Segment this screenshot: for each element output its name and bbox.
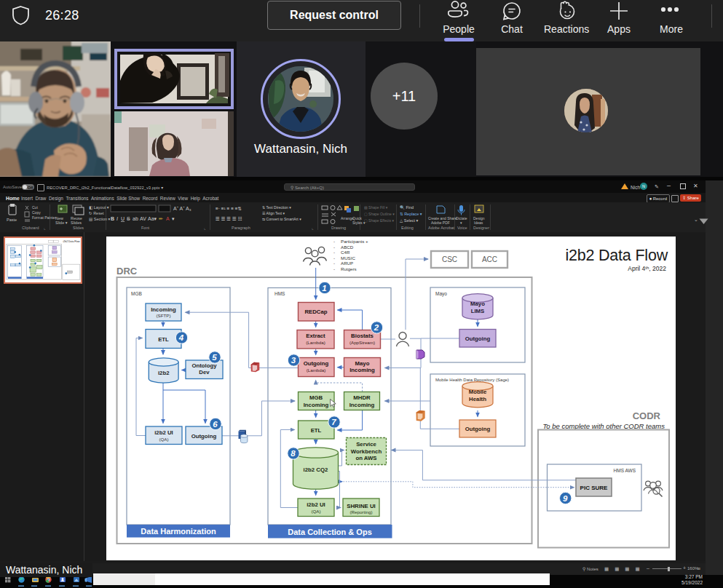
svg-text:MHDR: MHDR xyxy=(353,394,371,401)
svg-text:ETL: ETL xyxy=(311,427,322,434)
svg-text:on AWS: on AWS xyxy=(355,455,376,461)
svg-text:8: 8 xyxy=(291,449,296,458)
svg-text:▢ Shape Effects ▾: ▢ Shape Effects ▾ xyxy=(364,218,395,223)
svg-text:Dev: Dev xyxy=(199,369,210,376)
svg-text:Aa▾: Aa▾ xyxy=(148,216,157,221)
svg-text:⇅ Replace ▾: ⇅ Replace ▾ xyxy=(400,212,422,216)
svg-text:✏: ✏ xyxy=(159,216,163,221)
svg-text:-: - xyxy=(333,261,335,266)
svg-text:U: U xyxy=(121,216,125,221)
svg-text:Workbench: Workbench xyxy=(351,448,382,455)
svg-text:A: A xyxy=(166,216,170,221)
svg-text:HMS AWS: HMS AWS xyxy=(614,468,636,473)
svg-text:DRC: DRC xyxy=(116,266,138,277)
svg-text:REDCap: REDCap xyxy=(304,309,327,315)
svg-text:Outgoing: Outgoing xyxy=(191,433,217,440)
svg-text:CSC: CSC xyxy=(442,255,457,263)
svg-text:i2b2 Data Flow: i2b2 Data Flow xyxy=(565,247,668,264)
svg-text:ACC: ACC xyxy=(482,255,497,263)
svg-text:Paste: Paste xyxy=(7,218,17,222)
svg-text:(QA): (QA) xyxy=(311,509,320,514)
svg-text:-: - xyxy=(333,250,335,255)
svg-text:SHRINE UI: SHRINE UI xyxy=(347,503,375,509)
svg-text:i2b2 CQ2: i2b2 CQ2 xyxy=(304,466,328,473)
svg-text:Incoming: Incoming xyxy=(304,402,329,408)
svg-text:4: 4 xyxy=(178,333,184,342)
svg-text:(Reporting): (Reporting) xyxy=(350,509,373,514)
svg-text:Data Collection & Ops: Data Collection & Ops xyxy=(288,528,372,536)
svg-text:⇆ Convert to SmartArt ▾: ⇆ Convert to SmartArt ▾ xyxy=(262,217,301,221)
svg-text:S: S xyxy=(127,216,130,221)
svg-text:B: B xyxy=(111,216,114,221)
svg-text:ETL: ETL xyxy=(158,336,169,343)
svg-text:ABCD: ABCD xyxy=(341,245,354,250)
svg-text:Mobile: Mobile xyxy=(469,389,487,395)
svg-text:Health: Health xyxy=(469,396,486,402)
svg-text:Mayo: Mayo xyxy=(355,360,370,367)
svg-text:☰ ☰ ☰ ☰ ☷: ☰ ☰ ☰ ☰ ☷ xyxy=(216,216,242,221)
svg-text:i2b2 UI: i2b2 UI xyxy=(307,501,325,508)
svg-text:5: 5 xyxy=(212,353,217,362)
svg-text:7: 7 xyxy=(331,418,336,426)
svg-text:≡· ≡¹ ≡ ≡ ≡⇅: ≡· ≡¹ ≡ ≡ ≡⇅ xyxy=(216,206,242,211)
svg-text:ARUP: ARUP xyxy=(341,261,353,266)
svg-text:Adobe PDF: Adobe PDF xyxy=(431,220,450,225)
svg-text:Participants +: Participants + xyxy=(341,239,368,244)
svg-text:To be complete with other CODR: To be complete with other CODR teams xyxy=(542,422,665,430)
svg-text:⌄: ⌄ xyxy=(694,217,698,222)
svg-text:Outgoing: Outgoing xyxy=(465,426,491,432)
svg-text:ab: ab xyxy=(133,216,138,221)
svg-text:PIC SURE: PIC SURE xyxy=(580,485,608,491)
svg-text:Slides: Slides xyxy=(71,220,82,225)
svg-text:i2b2: i2b2 xyxy=(158,370,170,376)
svg-text:Outgoing: Outgoing xyxy=(304,360,329,367)
svg-text:Incoming: Incoming xyxy=(349,402,375,408)
svg-text:Rutgers: Rutgers xyxy=(341,266,357,271)
svg-text:Extract: Extract xyxy=(306,333,325,339)
svg-text:HMS: HMS xyxy=(274,291,285,296)
svg-text:🔍 Find: 🔍 Find xyxy=(400,204,414,210)
svg-text:AV: AV xyxy=(140,216,146,221)
svg-text:i2b2 UI: i2b2 UI xyxy=(154,429,173,436)
svg-text:▾: ▾ xyxy=(460,220,462,225)
svg-text:▾: ▾ xyxy=(172,216,175,221)
svg-text:MGB: MGB xyxy=(131,291,142,296)
svg-text:Aˆ Aˇ A₃: Aˆ Aˇ A₃ xyxy=(173,206,191,211)
svg-text:MGB: MGB xyxy=(309,394,323,401)
svg-text:Cut: Cut xyxy=(32,205,38,210)
svg-text:LIMS: LIMS xyxy=(471,308,485,314)
svg-text:Ideas: Ideas xyxy=(474,220,483,225)
svg-text:Service: Service xyxy=(356,441,376,448)
svg-text:△ Select ▾: △ Select ▾ xyxy=(400,218,419,223)
svg-text:(QA): (QA) xyxy=(159,437,168,442)
svg-text:(Lambda): (Lambda) xyxy=(306,340,325,345)
svg-text:-: - xyxy=(333,255,335,261)
svg-text:(Lambda): (Lambda) xyxy=(307,368,325,373)
svg-text:CODR: CODR xyxy=(633,410,661,421)
svg-text:I: I xyxy=(116,216,118,221)
svg-text:Slide ▾: Slide ▾ xyxy=(55,220,68,225)
svg-text:Copy: Copy xyxy=(32,210,41,215)
svg-text:☰ Align Text ▾: ☰ Align Text ▾ xyxy=(262,211,285,215)
svg-text:↻ Reset: ↻ Reset xyxy=(89,211,104,215)
svg-text:-: - xyxy=(333,266,335,271)
svg-text:-: - xyxy=(333,239,335,244)
svg-text:Incoming: Incoming xyxy=(151,306,176,313)
svg-text:(AppStream): (AppStream) xyxy=(349,340,375,345)
svg-text:1: 1 xyxy=(322,284,326,293)
svg-text:Outgoing: Outgoing xyxy=(465,335,491,342)
svg-text:6: 6 xyxy=(213,420,218,429)
svg-text:(SFTP): (SFTP) xyxy=(157,313,171,318)
svg-text:▧ Shape Fill ▾: ▧ Shape Fill ▾ xyxy=(364,205,388,210)
svg-text:2: 2 xyxy=(374,323,379,332)
svg-text:Mobile Health Data Repository: Mobile Health Data Repository (Sage) xyxy=(435,378,509,382)
svg-text:Mayo: Mayo xyxy=(470,301,485,307)
svg-text:▤ Section ▾: ▤ Section ▾ xyxy=(89,217,111,221)
svg-text:Mayo: Mayo xyxy=(435,291,447,297)
svg-text:i2b2 Data Flow: i2b2 Data Flow xyxy=(63,240,80,243)
svg-text:◧ Layout ▾: ◧ Layout ▾ xyxy=(89,205,109,210)
svg-text:April 4th, 2022: April 4th, 2022 xyxy=(628,265,666,272)
svg-text:▢ Shape Outline ▾: ▢ Shape Outline ▾ xyxy=(364,212,395,216)
svg-text:9: 9 xyxy=(563,494,568,503)
svg-text:C4R: C4R xyxy=(341,250,350,255)
